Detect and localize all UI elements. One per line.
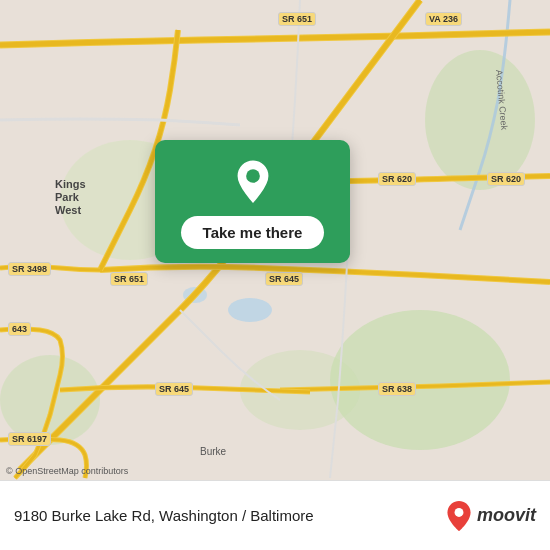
svg-text:Kings: Kings — [55, 178, 86, 190]
location-pin-icon — [229, 158, 277, 206]
svg-text:Burke: Burke — [200, 446, 227, 457]
svg-text:Park: Park — [55, 191, 80, 203]
info-card: Take me there — [155, 140, 350, 263]
bottom-bar: 9180 Burke Lake Rd, Washington / Baltimo… — [0, 480, 550, 550]
svg-point-6 — [228, 298, 272, 322]
svg-point-14 — [455, 508, 464, 517]
address-text: 9180 Burke Lake Rd, Washington / Baltimo… — [14, 507, 445, 524]
copyright-text: © OpenStreetMap contributors — [6, 466, 128, 476]
svg-text:West: West — [55, 204, 81, 216]
map-container: Kings Park West Accotink Creek Burke SR … — [0, 0, 550, 480]
moovit-brand-text: moovit — [477, 505, 536, 526]
svg-point-13 — [246, 169, 260, 183]
moovit-pin-icon — [445, 500, 473, 532]
take-me-there-button[interactable]: Take me there — [181, 216, 325, 249]
svg-point-3 — [0, 355, 100, 445]
moovit-logo: moovit — [445, 500, 536, 532]
